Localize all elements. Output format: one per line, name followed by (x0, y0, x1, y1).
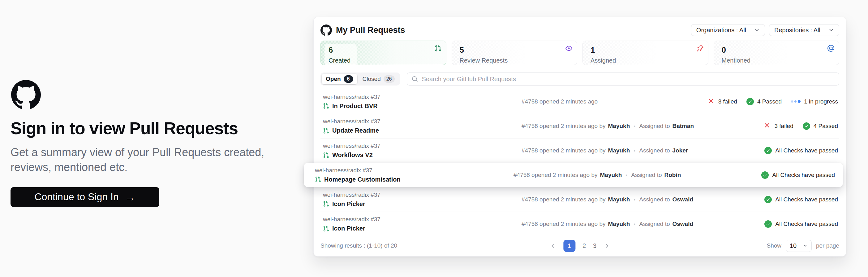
pr-meta: #4758 opened 2 minutes ago by Mayukh Ass… (522, 147, 688, 154)
signin-subtitle-line2: reviews, mentioned etc. (10, 160, 289, 175)
check-circle-icon (764, 196, 772, 203)
dot-separator (624, 172, 628, 178)
git-pull-request-icon (323, 152, 329, 158)
dot-separator (632, 196, 637, 203)
pr-row-update-readme[interactable]: wei-harness/radix #37 Update Readme #475… (320, 114, 839, 138)
per-page-control: Show 10 per page (767, 240, 839, 252)
panel-footer: Showing results : (1-10) of 20 1 2 3 Sho… (320, 237, 839, 254)
per-page-label: per page (816, 242, 839, 249)
pr-status: 3 failed 4 Passed 1 in progress (707, 97, 838, 106)
x-icon (763, 121, 771, 131)
stat-card-content: 6 Created (324, 44, 356, 65)
pr-author: Mayukh (600, 172, 622, 178)
status-failed-label: 3 failed (774, 123, 793, 130)
pr-assigned-label: Assigned to (639, 196, 670, 203)
pr-left: wei-harness/radix #37 In Product BVR (323, 93, 522, 110)
tab-closed-count-badge: 26 (383, 75, 395, 83)
pr-author: Mayukh (608, 221, 630, 227)
my-pull-requests-panel: My Pull Requests Organizations : All Rep… (313, 17, 846, 256)
pr-row-workflows-v2[interactable]: wei-harness/radix #37 Workflows V2 #4758… (320, 138, 839, 163)
github-logo-icon (320, 25, 332, 36)
progress-dots-icon (791, 100, 801, 103)
open-closed-tab-group: Open 6 Closed 26 (320, 73, 400, 85)
stat-card-content: 5 Review Requests (456, 44, 514, 65)
header-filters: Organizations : All Repositories : All (691, 24, 839, 36)
page-button-3[interactable]: 3 (593, 242, 596, 249)
review-requests-count: 5 (460, 45, 508, 55)
page-button-2[interactable]: 2 (583, 242, 586, 249)
chevron-right-icon[interactable] (603, 243, 610, 249)
pr-assignee: Robin (664, 172, 681, 178)
page: Sign in to view Pull Requests Get a summ… (0, 0, 868, 277)
stat-card-assigned[interactable]: 1 Assigned (583, 40, 708, 65)
status-failed-label: 3 failed (718, 98, 737, 105)
pr-repo: wei-harness/radix #37 (323, 142, 522, 149)
pin-icon (696, 45, 704, 52)
dot-separator (632, 123, 637, 130)
signin-subtitle: Get a summary view of your Pull Requests… (10, 145, 289, 175)
status-all-passed-label: All Checks have passed (775, 196, 838, 203)
pr-row-icon-picker-2[interactable]: wei-harness/radix #37 Icon Picker #4758 … (320, 212, 839, 236)
status-failed: 3 failed (707, 97, 737, 106)
pr-assignee: Oswald (673, 221, 693, 227)
mentioned-count: 0 (722, 45, 750, 55)
page-button-1[interactable]: 1 (563, 240, 576, 252)
pr-left: wei-harness/radix #37 Icon Picker (323, 192, 522, 207)
tab-closed[interactable]: Closed 26 (359, 74, 399, 84)
continue-sign-in-label: Continue to Sign In (34, 191, 119, 203)
tab-open[interactable]: Open 6 (322, 74, 357, 84)
pr-assigned-label: Assigned to (631, 172, 662, 178)
pr-row-icon-picker-1[interactable]: wei-harness/radix #37 Icon Picker #4758 … (320, 187, 839, 212)
status-progress-label: 1 in progress (804, 98, 838, 105)
repositories-select-value: Repositories : All (774, 27, 820, 34)
stat-card-content: 0 Mentioned (718, 44, 757, 65)
pr-left: wei-harness/radix #37 Icon Picker (323, 216, 522, 232)
status-passed: 4 Passed (746, 98, 782, 105)
pr-meta: #4758 opened 2 minutes ago by Mayukh Ass… (522, 196, 693, 203)
organizations-select[interactable]: Organizations : All (691, 24, 765, 36)
pr-title: In Product BVR (332, 103, 378, 110)
pr-status: 3 failed 4 Passed (763, 121, 838, 131)
pr-assignee: Oswald (673, 196, 693, 203)
pr-author: Mayukh (608, 123, 630, 130)
filter-row: Open 6 Closed 26 (320, 73, 839, 85)
status-in-progress: 1 in progress (791, 98, 838, 105)
pr-assigned-label: Assigned to (639, 147, 670, 154)
pr-row-homepage-customisation[interactable]: wei-harness/radix #37 Homepage Customisa… (304, 163, 843, 187)
signin-title: Sign in to view Pull Requests (10, 118, 289, 138)
stat-card-review-requests[interactable]: 5 Review Requests (452, 40, 578, 65)
tab-open-count-badge: 6 (344, 75, 353, 83)
chevron-down-icon (754, 27, 760, 33)
pr-repo: wei-harness/radix #37 (323, 93, 522, 101)
stat-card-created[interactable]: 6 Created (320, 40, 446, 65)
pr-assigned-label: Assigned to (639, 221, 670, 227)
pr-opened-text: #4758 opened 2 minutes ago by (522, 147, 606, 154)
git-pull-request-icon (323, 103, 329, 109)
search-input[interactable] (422, 76, 834, 83)
pr-assignee: Batman (673, 123, 694, 130)
page-size-select[interactable]: 10 (786, 240, 812, 252)
status-all-passed-label: All Checks have passed (775, 221, 838, 227)
git-pull-request-icon (323, 226, 329, 232)
check-circle-icon (761, 171, 769, 179)
pull-request-list: wei-harness/radix #37 In Product BVR #47… (320, 89, 839, 236)
chevron-down-icon (828, 27, 834, 33)
created-label: Created (329, 57, 350, 64)
git-pull-request-icon (435, 45, 441, 52)
git-pull-request-icon (315, 176, 321, 183)
pr-title: Update Readme (332, 127, 379, 134)
stat-card-mentioned[interactable]: 0 Mentioned (714, 40, 840, 65)
assigned-label: Assigned (591, 57, 616, 64)
repositories-select[interactable]: Repositories : All (769, 24, 839, 36)
chevron-left-icon[interactable] (550, 243, 556, 249)
pr-author: Mayukh (608, 196, 630, 203)
mentioned-label: Mentioned (722, 57, 750, 64)
status-all-passed: All Checks have passed (764, 147, 838, 154)
pr-meta: #4758 opened 2 minutes ago by Mayukh Ass… (522, 123, 694, 130)
pr-repo: wei-harness/radix #37 (323, 216, 522, 223)
git-pull-request-icon (323, 201, 329, 207)
arrow-right-icon: → (125, 192, 135, 202)
pr-row-in-product-bvr[interactable]: wei-harness/radix #37 In Product BVR #47… (320, 89, 839, 114)
continue-sign-in-button[interactable]: Continue to Sign In → (10, 187, 159, 207)
page-size-value: 10 (790, 242, 797, 249)
